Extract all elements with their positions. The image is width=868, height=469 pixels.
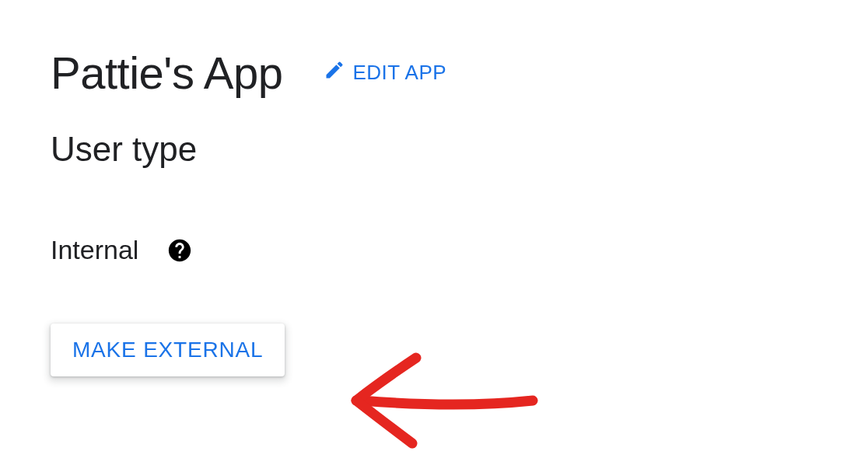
user-type-heading: User type (51, 130, 817, 169)
edit-app-button[interactable]: EDIT APP (320, 53, 450, 93)
user-type-status-label: Internal (51, 235, 138, 265)
make-external-button[interactable]: MAKE EXTERNAL (51, 324, 285, 376)
help-icon[interactable] (166, 237, 193, 264)
header-row: Pattie's App EDIT APP (51, 47, 817, 99)
pencil-icon (324, 59, 345, 86)
user-type-status-row: Internal (51, 235, 817, 265)
app-title: Pattie's App (51, 47, 283, 99)
annotation-arrow (342, 342, 544, 462)
edit-app-label: EDIT APP (353, 61, 447, 85)
